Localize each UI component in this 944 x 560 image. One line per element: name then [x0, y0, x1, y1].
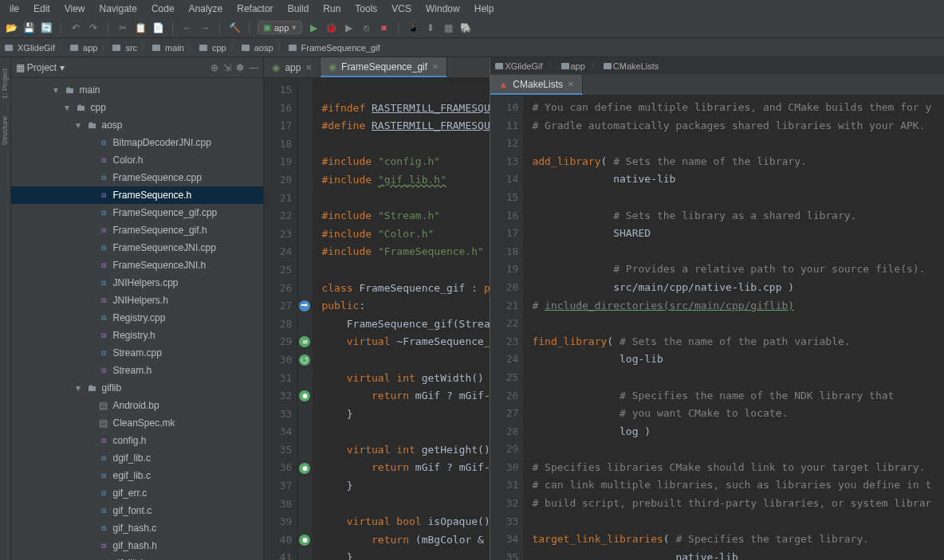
tree-item-Color.h[interactable]: ⧈Color.h [11, 151, 264, 169]
forward-icon[interactable]: → [199, 22, 211, 34]
tree-item-gif_hash.c[interactable]: ⧈gif_hash.c [11, 519, 264, 537]
run-icon[interactable]: ▶ [307, 22, 320, 34]
tree-item-CleanSpec.mk[interactable]: ▤CleanSpec.mk [11, 414, 264, 432]
tree-item-dgif_lib.c[interactable]: ⧈dgif_lib.c [11, 449, 264, 467]
tree-item-config.h[interactable]: ⧈config.h [11, 432, 264, 449]
menu-vcs[interactable]: VCS [387, 2, 416, 16]
tree-item-egif_lib.c[interactable]: ⧈egif_lib.c [11, 467, 264, 484]
menu-tools[interactable]: Tools [350, 2, 382, 16]
left-code[interactable]: #ifndef RASTERMILL_FRAMESQUEN #define RA… [313, 78, 490, 560]
sdk-icon[interactable]: ⬇ [424, 22, 437, 34]
tree-item-cpp[interactable]: ▾🖿cpp [11, 99, 264, 116]
tab-app[interactable]: ◉app× [264, 57, 321, 77]
build-icon[interactable]: 🔨 [228, 22, 241, 34]
hide-icon[interactable]: — [249, 62, 258, 73]
sync-icon[interactable]: 🔄 [40, 22, 53, 34]
paste-icon[interactable]: 📄 [151, 22, 164, 34]
tree-item-gif_lib.h[interactable]: ⧈gif_lib.h [11, 554, 264, 560]
crumb-app[interactable]: app [70, 43, 97, 53]
rcrumb-CMakeLists[interactable]: CMakeLists [604, 61, 659, 71]
copy-icon[interactable]: 📋 [134, 22, 147, 34]
redo-icon[interactable]: ↷ [87, 22, 100, 34]
debug-icon[interactable]: 🐞 [324, 22, 337, 34]
tree-item-Stream.cpp[interactable]: ⧈Stream.cpp [11, 344, 264, 362]
settings-icon[interactable]: ✽ [236, 62, 244, 73]
menu-build[interactable]: Build [283, 2, 314, 16]
tree-item-FrameSequenceJNI.cpp[interactable]: ⧈FrameSequenceJNI.cpp [11, 239, 264, 257]
tree-item-BitmapDecoderJNI.cpp[interactable]: ⧈BitmapDecoderJNI.cpp [11, 134, 264, 151]
profile-icon[interactable]: ▶ [342, 22, 355, 34]
tree-item-gif_err.c[interactable]: ⧈gif_err.c [11, 484, 264, 502]
save-icon[interactable]: 💾 [22, 22, 35, 34]
tree-item-FrameSequenceJNI.h[interactable]: ⧈FrameSequenceJNI.h [11, 257, 264, 274]
cut-icon[interactable]: ✂ [116, 22, 129, 34]
tree-item-FrameSequence_gif.h[interactable]: ⧈FrameSequence_gif.h [11, 221, 264, 239]
tree-item-JNIHelpers.cpp[interactable]: ⧈JNIHelpers.cpp [11, 274, 264, 292]
editor-pane-left: ◉app×◉FrameSequence_gif× 15 16 17 18 19 … [264, 57, 490, 560]
main-toolbar: 📂 💾 🔄 ↶ ↷ ✂ 📋 📄 ← → 🔨 ▣app▾ ▶ 🐞 ▶ ⎋ ■ 📱 … [0, 18, 944, 38]
sidebar-tab-structure[interactable]: Structure [0, 112, 10, 151]
collapse-all-icon[interactable]: ⇲ [223, 62, 231, 73]
project-view-selector[interactable]: ▦ Project ▾ [16, 62, 65, 73]
tree-item-gif_font.c[interactable]: ⧈gif_font.c [11, 502, 264, 519]
attach-icon[interactable]: ⎋ [360, 22, 372, 34]
left-toolwindow-bar: 1: Project Structure [0, 57, 11, 560]
menu-analyze[interactable]: Analyze [184, 2, 228, 16]
right-gutter: 10 11 12 13 14 15 16 17 18 19 20 21 22 2… [490, 96, 524, 560]
close-icon[interactable]: × [568, 78, 574, 90]
gradle-icon[interactable]: 🐘 [459, 22, 472, 34]
tree-item-FrameSequence_gif.cpp[interactable]: ⧈FrameSequence_gif.cpp [11, 204, 264, 221]
tree-item-giflib[interactable]: ▾🖿giflib [11, 379, 264, 397]
tab-FrameSequence_gif[interactable]: ◉FrameSequence_gif× [321, 57, 447, 77]
undo-icon[interactable]: ↶ [69, 22, 82, 34]
tree-item-Registry.h[interactable]: ⧈Registry.h [11, 327, 264, 344]
project-panel: ▦ Project ▾ ⊕ ⇲ ✽ — ▾🖿main▾🖿cpp▾🖿aosp⧈Bi… [11, 57, 265, 560]
crumb-cpp[interactable]: cpp [199, 43, 226, 53]
right-breadcrumb: XGlideGif〉app〉CMakeLists [490, 57, 944, 75]
rcrumb-app[interactable]: app [561, 61, 585, 71]
tree-item-Stream.h[interactable]: ⧈Stream.h [11, 362, 264, 379]
scroll-from-source-icon[interactable]: ⊕ [210, 62, 218, 73]
right-code[interactable]: # You can define multiple libraries, and… [524, 96, 944, 560]
tree-item-FrameSequence.cpp[interactable]: ⧈FrameSequence.cpp [11, 169, 264, 186]
back-icon[interactable]: ← [181, 22, 194, 34]
stop-icon[interactable]: ■ [377, 22, 390, 34]
tree-item-aosp[interactable]: ▾🖿aosp [11, 116, 264, 134]
menu-ile[interactable]: ile [5, 2, 24, 16]
menu-code[interactable]: Code [147, 2, 179, 16]
avd-icon[interactable]: 📱 [407, 22, 419, 34]
nav-breadcrumb: XGlideGif〉app〉src〉main〉cpp〉aosp〉FrameSeq… [0, 38, 944, 57]
sidebar-tab-project[interactable]: 1: Project [0, 64, 10, 104]
menu-help[interactable]: Help [470, 2, 499, 16]
layout-icon[interactable]: ▦ [442, 22, 454, 34]
crumb-aosp[interactable]: aosp [242, 43, 273, 53]
menu-bar: ileEditViewNavigateCodeAnalyzeRefactorBu… [0, 0, 944, 18]
crumb-main[interactable]: main [152, 43, 184, 53]
left-gutter: 15 16 17 18 19 20 21 22 23 24 25 26 27 2… [264, 78, 297, 560]
open-icon[interactable]: 📂 [5, 22, 18, 34]
close-icon[interactable]: × [305, 61, 312, 73]
tree-item-JNIHelpers.h[interactable]: ⧈JNIHelpers.h [11, 292, 264, 309]
crumb-src[interactable]: src [112, 43, 137, 53]
project-tree[interactable]: ▾🖿main▾🖿cpp▾🖿aosp⧈BitmapDecoderJNI.cpp⧈C… [11, 78, 264, 560]
run-config-selector[interactable]: ▣app▾ [258, 21, 302, 34]
tree-item-gif_hash.h[interactable]: ⧈gif_hash.h [11, 537, 264, 554]
tab-cmakelists[interactable]: ▲CMakeLists× [490, 75, 582, 95]
menu-refactor[interactable]: Refactor [232, 2, 277, 16]
menu-window[interactable]: Window [421, 2, 465, 16]
editor-tabs-left: ◉app×◉FrameSequence_gif× [264, 57, 490, 78]
tree-item-Android.bp[interactable]: ▤Android.bp [11, 397, 264, 414]
tree-item-FrameSequence.h[interactable]: ⧈FrameSequence.h [11, 186, 264, 204]
menu-navigate[interactable]: Navigate [95, 2, 142, 16]
menu-run[interactable]: Run [318, 2, 345, 16]
left-markers: ⮕⇄⭯●●● [297, 78, 313, 560]
tree-item-main[interactable]: ▾🖿main [11, 81, 264, 99]
rcrumb-XGlideGif[interactable]: XGlideGif [495, 61, 542, 71]
crumb-XGlideGif[interactable]: XGlideGif [5, 43, 55, 53]
crumb-FrameSequence_gif[interactable]: FrameSequence_gif [289, 43, 380, 53]
editor-pane-right: XGlideGif〉app〉CMakeLists ▲CMakeLists× 10… [490, 57, 944, 560]
close-icon[interactable]: × [432, 61, 439, 72]
menu-view[interactable]: View [60, 2, 90, 16]
tree-item-Registry.cpp[interactable]: ⧈Registry.cpp [11, 309, 264, 327]
menu-edit[interactable]: Edit [29, 2, 55, 16]
